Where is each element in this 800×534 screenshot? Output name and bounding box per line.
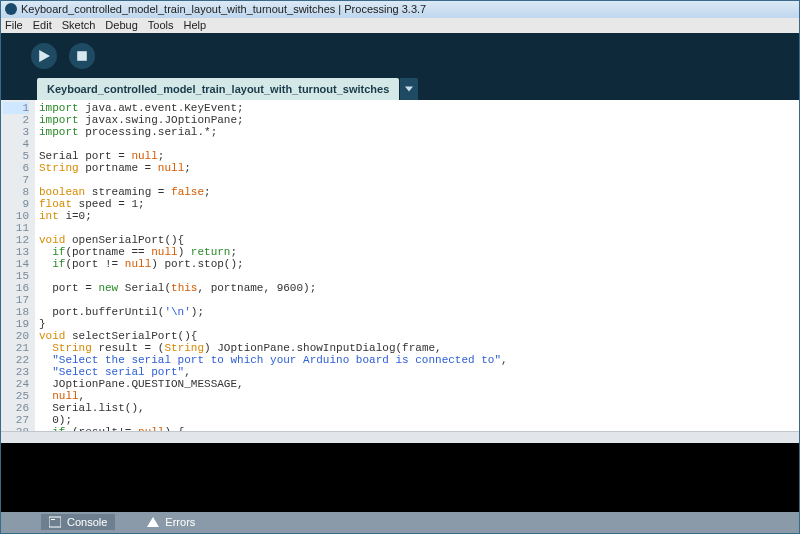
stop-button[interactable] (69, 43, 95, 69)
bottom-bar: Console Errors (1, 512, 799, 533)
code-line[interactable]: JOptionPane.QUESTION_MESSAGE, (39, 378, 795, 390)
menu-debug[interactable]: Debug (105, 19, 137, 31)
editor[interactable]: 1234567891011121314151617181920212223242… (1, 100, 799, 432)
app-icon (5, 3, 17, 15)
code-line[interactable]: String portname = null; (39, 162, 795, 174)
code-line[interactable]: if(portname == null) return; (39, 246, 795, 258)
code-line[interactable] (39, 294, 795, 306)
play-icon (38, 50, 50, 62)
app-window: Keyboard_controlled_model_train_layout_w… (0, 0, 800, 534)
console-icon (49, 516, 61, 528)
code-line[interactable] (39, 222, 795, 234)
code-line[interactable]: int i=0; (39, 210, 795, 222)
line-number: 12 (3, 234, 29, 246)
line-number: 25 (3, 390, 29, 402)
line-gutter: 1234567891011121314151617181920212223242… (1, 100, 35, 432)
code-line[interactable]: void openSerialPort(){ (39, 234, 795, 246)
code-area[interactable]: import java.awt.event.KeyEvent;import ja… (35, 100, 799, 432)
svg-marker-5 (147, 517, 159, 527)
svg-marker-0 (39, 50, 50, 62)
code-line[interactable] (39, 174, 795, 186)
tab-dropdown[interactable] (400, 78, 418, 99)
line-number: 19 (3, 318, 29, 330)
code-line[interactable]: null, (39, 390, 795, 402)
svg-marker-2 (405, 86, 413, 91)
sketch-tab[interactable]: Keyboard_controlled_model_train_layout_w… (37, 78, 399, 99)
window-title: Keyboard_controlled_model_train_layout_w… (21, 3, 426, 15)
horizontal-scrollbar[interactable] (1, 431, 799, 443)
chevron-down-icon (405, 85, 413, 93)
code-line[interactable]: port.bufferUntil('\n'); (39, 306, 795, 318)
line-number: 24 (3, 378, 29, 390)
console-tab[interactable]: Console (41, 514, 115, 530)
code-line[interactable]: Serial.list(), (39, 402, 795, 414)
code-line[interactable]: "Select the serial port to which your Ar… (39, 354, 795, 366)
titlebar: Keyboard_controlled_model_train_layout_w… (1, 1, 799, 18)
menubar: File Edit Sketch Debug Tools Help (1, 18, 799, 34)
code-line[interactable]: "Select serial port", (39, 366, 795, 378)
code-line[interactable]: 0); (39, 414, 795, 426)
tabbar: Keyboard_controlled_model_train_layout_w… (1, 78, 799, 99)
code-line[interactable]: import processing.serial.*; (39, 126, 795, 138)
errors-tab[interactable]: Errors (139, 514, 203, 530)
stop-icon (76, 50, 88, 62)
code-line[interactable] (39, 270, 795, 282)
line-number: 1 (3, 102, 29, 114)
line-number: 20 (3, 330, 29, 342)
line-number: 11 (3, 222, 29, 234)
line-number: 9 (3, 198, 29, 210)
svg-rect-3 (49, 517, 61, 527)
line-number: 18 (3, 306, 29, 318)
line-number: 23 (3, 366, 29, 378)
code-line[interactable]: } (39, 318, 795, 330)
menu-help[interactable]: Help (183, 19, 206, 31)
line-number: 3 (3, 126, 29, 138)
menu-file[interactable]: File (5, 19, 23, 31)
code-line[interactable]: Serial port = null; (39, 150, 795, 162)
code-line[interactable]: import javax.swing.JOptionPane; (39, 114, 795, 126)
line-number: 2 (3, 114, 29, 126)
menu-sketch[interactable]: Sketch (62, 19, 96, 31)
warning-icon (147, 516, 159, 528)
line-number: 17 (3, 294, 29, 306)
menu-tools[interactable]: Tools (148, 19, 174, 31)
console-tab-label: Console (67, 516, 107, 528)
line-number: 13 (3, 246, 29, 258)
code-line[interactable] (39, 138, 795, 150)
line-number: 10 (3, 210, 29, 222)
line-number: 22 (3, 354, 29, 366)
line-number: 8 (3, 186, 29, 198)
line-number: 27 (3, 414, 29, 426)
code-line[interactable]: String result = (String) JOptionPane.sho… (39, 342, 795, 354)
code-line[interactable]: boolean streaming = false; (39, 186, 795, 198)
line-number: 15 (3, 270, 29, 282)
line-number: 7 (3, 174, 29, 186)
menu-edit[interactable]: Edit (33, 19, 52, 31)
line-number: 5 (3, 150, 29, 162)
svg-rect-4 (51, 519, 55, 520)
line-number: 16 (3, 282, 29, 294)
code-line[interactable]: if(port != null) port.stop(); (39, 258, 795, 270)
errors-tab-label: Errors (165, 516, 195, 528)
line-number: 4 (3, 138, 29, 150)
code-line[interactable]: import java.awt.event.KeyEvent; (39, 102, 795, 114)
line-number: 6 (3, 162, 29, 174)
code-line[interactable]: void selectSerialPort(){ (39, 330, 795, 342)
run-button[interactable] (31, 43, 57, 69)
line-number: 21 (3, 342, 29, 354)
sketch-tab-label: Keyboard_controlled_model_train_layout_w… (47, 83, 389, 95)
code-line[interactable]: port = new Serial(this, portname, 9600); (39, 282, 795, 294)
toolbar (1, 33, 799, 78)
console-output[interactable] (1, 443, 799, 511)
svg-rect-1 (77, 51, 87, 61)
line-number: 26 (3, 402, 29, 414)
code-line[interactable]: float speed = 1; (39, 198, 795, 210)
line-number: 14 (3, 258, 29, 270)
